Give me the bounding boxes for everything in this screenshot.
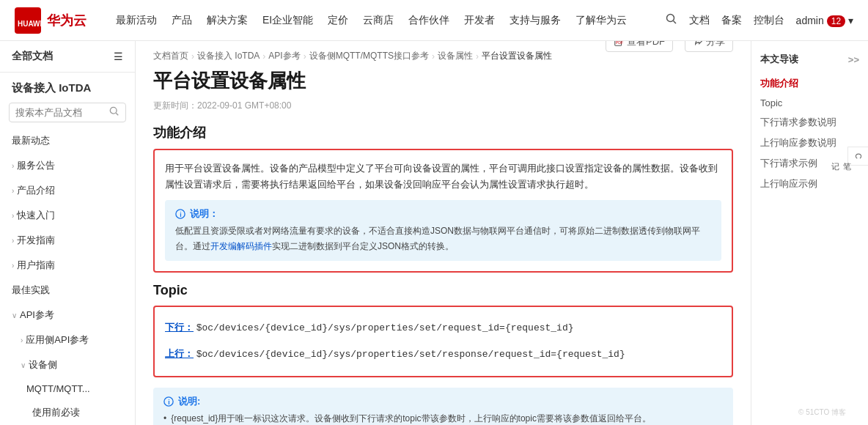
notes-button[interactable]: C笔记	[847, 147, 868, 166]
breadcrumb-sep-2: ›	[262, 51, 265, 62]
chevron-right-icon: ›	[12, 262, 14, 270]
chevron-down-icon: ▾	[848, 15, 853, 26]
intro-text: 用于平台设置设备属性。设备的产品模型中定义了平台可向设备设置的属性，平台可调用此…	[165, 160, 721, 193]
chevron-right-icon: ›	[12, 212, 14, 220]
admin-badge: 12	[827, 15, 845, 27]
breadcrumb-device-props[interactable]: 设备属性	[438, 50, 473, 62]
nav-item-products[interactable]: 产品	[172, 14, 192, 27]
sidebar-item-dev-guide[interactable]: ›开发指南	[0, 228, 135, 253]
nav-item-ei[interactable]: EI企业智能	[262, 14, 313, 27]
chevron-right-icon: ›	[12, 187, 14, 195]
sidebar-item-prereading[interactable]: 使用前必读	[0, 400, 135, 425]
bottom-info-box: i 说明: • {request_id}用于唯一标识这次请求。设备侧收到下行请求…	[153, 388, 733, 425]
share-icon	[693, 41, 703, 47]
search-input[interactable]	[15, 107, 105, 118]
info-box: i 说明： 低配置且资源受限或者对网络流量有要求的设备，不适合直接构造JSON数…	[165, 200, 721, 261]
title-actions: PDF 查看PDF 分享	[606, 41, 733, 52]
logo-area[interactable]: HUAWEI 华为云	[15, 7, 87, 34]
info-box-title: i 说明：	[175, 207, 711, 221]
nav-console[interactable]: 控制台	[754, 14, 784, 27]
uplink-label[interactable]: 上行：	[165, 348, 194, 359]
sidebar-item-app-api[interactable]: ›应用侧API参考	[0, 328, 135, 352]
breadcrumb-iotda[interactable]: 设备接入 IoTDA	[197, 50, 260, 62]
topic-red-box: 下行： $oc/devices/{device_id}/sys/properti…	[153, 306, 733, 377]
sidebar-item-api[interactable]: ∨API参考	[0, 303, 135, 328]
nav-beian[interactable]: 备案	[721, 14, 742, 27]
nav-item-about[interactable]: 了解华为云	[575, 14, 627, 27]
svg-text:i: i	[180, 211, 181, 218]
topic-heading: Topic	[153, 283, 733, 298]
nav-item-partners[interactable]: 合作伙伴	[408, 14, 449, 27]
chevron-right-icon: ›	[12, 162, 14, 170]
breadcrumb-sep-1: ›	[191, 51, 194, 62]
bottom-info-title: i 说明:	[163, 395, 723, 408]
toc-item-uplink-example[interactable]: 上行响应示例	[760, 174, 859, 194]
search-icon[interactable]	[109, 106, 119, 119]
sidebar-item-product-intro[interactable]: ›产品介绍	[0, 178, 135, 203]
nav-item-activities[interactable]: 最新活动	[116, 14, 157, 27]
main-nav-items: 最新活动 产品 解决方案 EI企业智能 定价 云商店 合作伙伴 开发者 支持与服…	[116, 14, 648, 27]
sidebar-item-latest[interactable]: 最新动态	[0, 128, 135, 153]
nav-item-marketplace[interactable]: 云商店	[363, 14, 394, 27]
info-circle-icon-2: i	[163, 396, 174, 407]
topic-downlink-row: 下行： $oc/devices/{device_id}/sys/properti…	[165, 317, 721, 339]
uplink-code: $oc/devices/{device_id}/sys/properties/s…	[196, 349, 625, 360]
breadcrumb-current: 平台设置设备属性	[482, 50, 552, 62]
breadcrumb-sep-3: ›	[304, 51, 306, 62]
toc-expand-button[interactable]: >>	[848, 54, 859, 65]
toc-title: 本文导读	[760, 53, 798, 66]
toc-item-uplink-params[interactable]: 上行响应参数说明	[760, 133, 859, 153]
intro-red-box: 用于平台设置设备属性。设备的产品模型中定义了平台可向设备设置的属性，平台可调用此…	[153, 149, 733, 273]
sidebar: 全部文档 ☰ 设备接入 IoTDA 最新动态 ›服务公告 ›产品介绍 ›快速入门…	[0, 41, 136, 425]
nav-item-support[interactable]: 支持与服务	[510, 14, 561, 27]
chevron-right-icon: ›	[12, 237, 14, 245]
pdf-button[interactable]: PDF 查看PDF	[606, 41, 673, 52]
sidebar-item-mqtt[interactable]: MQTT/MQTT...	[0, 377, 135, 400]
top-navigation: HUAWEI 华为云 最新活动 产品 解决方案 EI企业智能 定价 云商店 合作…	[0, 0, 868, 41]
sidebar-item-best-practices[interactable]: 最佳实践	[0, 278, 135, 303]
sidebar-item-user-guide[interactable]: ›用户指南	[0, 253, 135, 278]
page-title: 平台设置设备属性	[153, 68, 733, 94]
nav-right-area: 文档 备案 控制台 admin12 ▾	[666, 13, 853, 27]
toc-item-downlink-example[interactable]: 下行请求示例	[760, 153, 859, 174]
svg-point-4	[110, 107, 117, 114]
huawei-logo-icon: HUAWEI	[15, 7, 41, 34]
toc-header: 本文导读 >>	[760, 53, 859, 66]
nav-item-developers[interactable]: 开发者	[464, 14, 495, 27]
sidebar-item-announcements[interactable]: ›服务公告	[0, 153, 135, 178]
topic-uplink-row: 上行： $oc/devices/{device_id}/sys/properti…	[165, 344, 721, 366]
nav-admin[interactable]: admin12 ▾	[796, 15, 853, 26]
nav-docs[interactable]: 文档	[689, 14, 710, 27]
product-title: 设备接入 IoTDA	[0, 73, 135, 100]
bullet-item-1: • {request_id}用于唯一标识这次请求。设备侧收到下行请求的topic…	[163, 411, 723, 425]
sidebar-item-device-side[interactable]: ∨设备侧	[0, 352, 135, 377]
nav-item-pricing[interactable]: 定价	[328, 14, 348, 27]
breadcrumb-home[interactable]: 文档首页	[153, 50, 188, 62]
watermark: © 51CTO 博客	[798, 407, 846, 418]
breadcrumb-api[interactable]: API参考	[268, 50, 300, 62]
sidebar-search-box[interactable]	[9, 103, 126, 122]
nav-item-solutions[interactable]: 解决方案	[207, 14, 248, 27]
breadcrumb-mqtt-ref[interactable]: 设备侧MQTT/MQTTS接口参考	[309, 50, 429, 62]
all-docs-label[interactable]: 全部文档	[12, 50, 53, 63]
svg-text:PDF: PDF	[616, 41, 624, 45]
search-icon[interactable]	[666, 13, 677, 27]
toc-item-intro[interactable]: 功能介绍	[760, 73, 859, 94]
menu-icon[interactable]: ☰	[114, 51, 123, 62]
title-row: PDF 查看PDF 分享 平台设置设备属性 更新时间：2022-09-01 GM…	[153, 68, 733, 112]
sidebar-item-quickstart[interactable]: ›快速入门	[0, 203, 135, 228]
svg-text:HUAWEI: HUAWEI	[18, 20, 41, 28]
downlink-code: $oc/devices/{device_id}/sys/properties/s…	[196, 322, 574, 333]
info-circle-icon: i	[175, 209, 185, 219]
right-toc: 本文导读 >> 功能介绍 Topic 下行请求参数说明 上行响应参数说明 下行请…	[751, 41, 868, 425]
toc-item-topic[interactable]: Topic	[760, 94, 859, 112]
info-link[interactable]: 开发编解码插件	[210, 241, 272, 251]
chevron-down-icon: ∨	[21, 361, 26, 369]
share-button[interactable]: 分享	[685, 41, 733, 52]
toc-item-downlink-params[interactable]: 下行请求参数说明	[760, 112, 859, 133]
main-layout: 全部文档 ☰ 设备接入 IoTDA 最新动态 ›服务公告 ›产品介绍 ›快速入门…	[0, 41, 868, 425]
breadcrumb-sep-5: ›	[476, 51, 479, 62]
downlink-label[interactable]: 下行：	[165, 322, 194, 333]
svg-line-3	[673, 21, 676, 24]
sidebar-header: 全部文档 ☰	[0, 41, 135, 73]
